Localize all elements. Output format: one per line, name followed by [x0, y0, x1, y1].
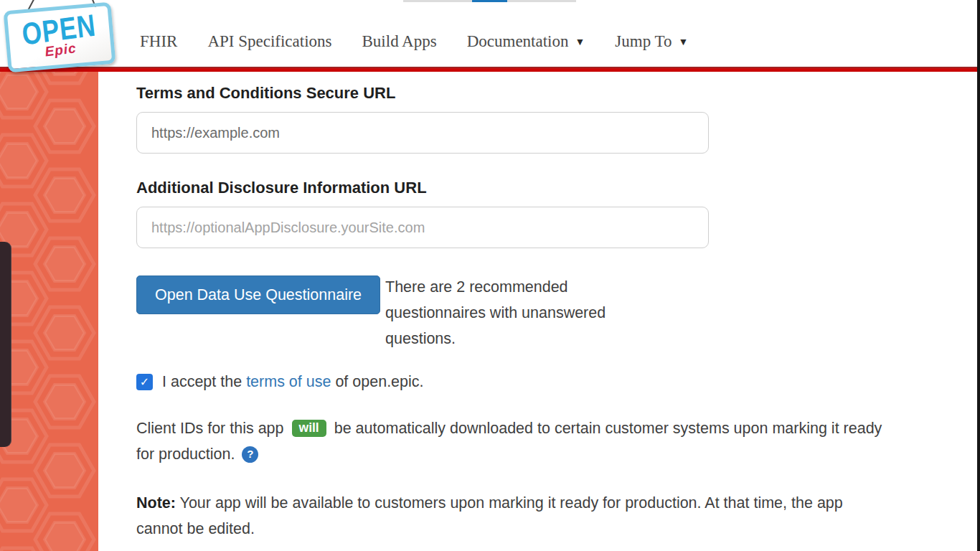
open-epic-logo[interactable]: OPEN Epic — [4, 0, 119, 72]
terms-of-use-link[interactable]: terms of use — [246, 373, 331, 390]
nav-item-build-apps[interactable]: Build Apps — [362, 32, 437, 51]
terms-text: I accept the terms of use of open.epic. — [162, 373, 424, 391]
site-header: OPEN Epic FHIR API Specifications Build … — [0, 0, 980, 67]
nav-item-documentation[interactable]: Documentation ▼ — [467, 32, 585, 51]
nav-item-jump-to[interactable]: Jump To ▼ — [615, 32, 688, 51]
nav-label: Jump To — [615, 32, 672, 51]
help-question-icon[interactable]: ? — [242, 446, 258, 463]
nav-label: Documentation — [467, 32, 569, 51]
hexagon-pattern — [0, 72, 98, 551]
will-badge: will — [292, 420, 326, 438]
open-questionnaire-button[interactable]: Open Data Use Questionnaire — [136, 276, 380, 314]
client-ids-line2: for production. ? — [136, 441, 980, 467]
page-body: Terms and Conditions Secure URL Addition… — [0, 72, 980, 551]
video-progress-fill — [472, 0, 507, 2]
window-edge-strip — [977, 0, 980, 551]
hexagon-sidebar — [0, 72, 98, 551]
disclosure-url-input[interactable] — [136, 207, 709, 248]
nav-label: FHIR — [140, 32, 177, 51]
note-paragraph: Note: Your app will be available to cust… — [136, 490, 980, 542]
main-nav: FHIR API Specifications Build Apps Docum… — [140, 0, 688, 67]
client-ids-paragraph: Client IDs for this app will be automati… — [136, 415, 980, 467]
terms-secure-url-input[interactable] — [136, 112, 709, 154]
logo-epic-text: Epic — [44, 41, 77, 60]
side-drawer-handle[interactable] — [0, 242, 11, 447]
chevron-down-icon: ▼ — [678, 35, 688, 47]
field-label-terms-url: Terms and Conditions Secure URL — [136, 83, 980, 103]
note-line2: cannot be edited. — [136, 516, 980, 542]
terms-acceptance-row: ✓ I accept the terms of use of open.epic… — [136, 373, 980, 391]
nav-label: Build Apps — [362, 32, 437, 51]
terms-text-post: of open.epic. — [331, 373, 423, 390]
questionnaire-status-text: There are 2 recommended questionnaires w… — [385, 274, 633, 352]
note-line1: Note: Your app will be available to cust… — [136, 490, 980, 516]
chevron-down-icon: ▼ — [575, 35, 585, 47]
nav-item-fhir[interactable]: FHIR — [140, 32, 177, 51]
nav-item-api-specifications[interactable]: API Specifications — [207, 32, 331, 51]
nav-label: API Specifications — [207, 32, 331, 51]
client-ids-post: be automatically downloaded to certain c… — [334, 415, 882, 441]
client-ids-line1: Client IDs for this app will be automati… — [136, 415, 980, 441]
terms-checkbox[interactable]: ✓ — [136, 374, 153, 390]
video-progress-bar[interactable] — [403, 0, 576, 2]
questionnaire-row: Open Data Use Questionnaire There are 2 … — [136, 276, 980, 352]
open-epic-sign: OPEN Epic — [4, 2, 116, 73]
terms-text-pre: I accept the — [162, 373, 246, 390]
field-label-disclosure-url: Additional Disclosure Information URL — [136, 178, 980, 198]
note-label: Note: — [136, 494, 176, 512]
client-ids-line2-text: for production. — [136, 441, 235, 467]
note-line1-text: Your app will be available to customers … — [176, 494, 843, 512]
brand-red-divider — [0, 67, 980, 72]
app-form: Terms and Conditions Secure URL Addition… — [98, 72, 980, 551]
client-ids-pre: Client IDs for this app — [136, 415, 284, 441]
